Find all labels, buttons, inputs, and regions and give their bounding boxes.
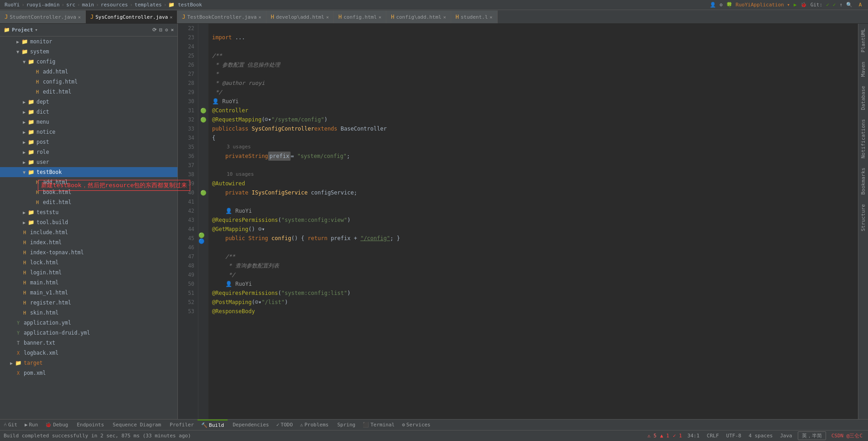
tree-item-index_topnav_html[interactable]: H index-topnav.html	[0, 247, 177, 257]
tree-item-skin_html[interactable]: H skin.html	[0, 308, 177, 318]
database-panel[interactable]: Database	[859, 81, 867, 115]
bottom-tab-todo[interactable]: ✓TODO	[273, 420, 296, 430]
tab-close[interactable]: ✕	[170, 15, 172, 20]
bottom-tab-terminal[interactable]: ⬛Terminal	[359, 420, 398, 430]
tree-item-tool_build[interactable]: ▶ 📁 tool.build	[0, 217, 177, 227]
hide-panel-icon[interactable]: ×	[171, 27, 174, 33]
csdn-indicator[interactable]: CSDN @三仑C	[830, 432, 864, 439]
tree-item-teststu[interactable]: ▶ 📁 teststu	[0, 207, 177, 217]
tab-close[interactable]: ✕	[78, 15, 81, 20]
tree-item-target[interactable]: ▶ 📁 target	[0, 358, 177, 368]
tab-tab3[interactable]: JTestBookController.java✕	[177, 10, 266, 23]
bookmarks-panel[interactable]: Bookmarks	[859, 163, 867, 200]
tab-tab2[interactable]: JSysConfigController.java✕	[86, 10, 177, 23]
tree-item-index_html[interactable]: H index.html	[0, 237, 177, 247]
crlf-indicator[interactable]: CRLF	[705, 433, 721, 439]
tab-close[interactable]: ✕	[326, 15, 329, 20]
ime-popup[interactable]: 英，半简	[798, 431, 826, 440]
tab-tab7[interactable]: Hstudent.l✕	[451, 10, 498, 23]
breadcrumb-resources[interactable]: resources	[101, 2, 128, 8]
tree-item-main_v1_html[interactable]: H main_v1.html	[0, 288, 177, 298]
bottom-tab-git[interactable]: ⑃Git	[0, 420, 21, 430]
notifications-panel[interactable]: Notifications	[859, 115, 867, 163]
maven-panel[interactable]: Maven	[859, 57, 867, 81]
tree-item-user[interactable]: ▶ 📁 user	[0, 157, 177, 167]
line-col[interactable]: 34:1	[686, 433, 702, 439]
tree-item-pom_xml[interactable]: X pom.xml	[0, 368, 177, 378]
tree-item-monitor[interactable]: ▶ 📁 monitor	[0, 37, 177, 47]
tree-item-application_druid_yml[interactable]: Y application-druid.yml	[0, 328, 177, 338]
bottom-tab-build[interactable]: 🔨Build	[198, 420, 228, 430]
lang-indicator[interactable]: Java	[778, 433, 794, 439]
tab-tab5[interactable]: Hconfig.html✕	[334, 10, 386, 23]
structure-panel[interactable]: Structure	[859, 200, 867, 236]
tree-item-include_html[interactable]: H include.html	[0, 227, 177, 237]
code-content[interactable]: import ... /** * 参数配置 信息操作处理 * * @author…	[208, 24, 858, 419]
breadcrumb-main[interactable]: main	[82, 2, 94, 8]
search-icon[interactable]: 🔍	[846, 2, 852, 8]
user-icon[interactable]: 👤	[710, 2, 716, 8]
run-button[interactable]: ▶	[794, 2, 797, 8]
breadcrumb-testbook[interactable]: 📁 testBook	[168, 2, 202, 8]
code-line-28: * @author ruoyi	[212, 79, 858, 88]
tree-label: include.html	[30, 229, 68, 236]
tree-arrow: ▼	[21, 59, 27, 64]
project-dropdown[interactable]: ▾	[35, 27, 38, 33]
tree-item-role[interactable]: ▶ 📁 role	[0, 147, 177, 157]
tree-item-system[interactable]: ▼ 📁 system	[0, 47, 177, 57]
tab-close[interactable]: ✕	[379, 15, 381, 20]
tree-item-banner_txt[interactable]: T banner.txt	[0, 338, 177, 348]
plantUML-panel[interactable]: PlantUML	[859, 24, 867, 57]
breadcrumb-src[interactable]: src	[66, 2, 75, 8]
tree-item-main_html[interactable]: H main.html	[0, 278, 177, 288]
tree-item-post[interactable]: ▶ 📁 post	[0, 137, 177, 147]
breadcrumb-ruoyi[interactable]: RuoYi	[5, 2, 20, 8]
bottom-tab-problems[interactable]: ⚠Problems	[296, 420, 333, 430]
tree-item-config[interactable]: ▼ 📁 config	[0, 57, 177, 67]
bottom-tab-profiler[interactable]: Profiler	[165, 420, 198, 430]
indent-indicator[interactable]: 4 spaces	[747, 433, 774, 439]
gutter-cell-25	[198, 51, 208, 60]
settings-gear-icon[interactable]: ⚙	[165, 27, 168, 33]
tab-tab4[interactable]: Hdevelop\add.html✕	[266, 10, 334, 23]
tree-item-dict[interactable]: ▶ 📁 dict	[0, 107, 177, 117]
tree-item-config_html[interactable]: H config.html	[0, 77, 177, 87]
code-line-38: 10 usages	[212, 170, 858, 179]
bottom-tab-run[interactable]: ▶Run	[21, 420, 42, 430]
bottom-tab-services[interactable]: ⚙Services	[398, 420, 434, 430]
gutter-cell-34	[198, 133, 208, 142]
avatar-icon[interactable]: A	[856, 1, 864, 9]
tree-item-application_yml[interactable]: Y application.yml	[0, 318, 177, 328]
collapse-icon[interactable]: ⊟	[159, 27, 162, 33]
tree-item-notice[interactable]: ▶ 📁 notice	[0, 127, 177, 137]
tab-tab6[interactable]: Hconfig\add.html✕	[386, 10, 451, 23]
tree-item-logback_xml[interactable]: X logback.xml	[0, 348, 177, 358]
tree-item-login_html[interactable]: H login.html	[0, 268, 177, 278]
settings-icon[interactable]: ⚙	[720, 2, 723, 8]
tab-close[interactable]: ✕	[443, 15, 446, 20]
tab-close[interactable]: ✕	[490, 15, 493, 20]
tree-item-edit_html[interactable]: H edit.html	[0, 197, 177, 207]
tree-item-dept[interactable]: ▶ 📁 dept	[0, 97, 177, 107]
breadcrumb-templates[interactable]: templates	[135, 2, 162, 8]
tree-item-lock_html[interactable]: H lock.html	[0, 257, 177, 268]
tab-tab1[interactable]: JStudentController.java✕	[0, 10, 86, 23]
tree-item-add_html[interactable]: H add.html	[0, 67, 177, 77]
tree-item-menu[interactable]: ▶ 📁 menu	[0, 117, 177, 127]
bottom-tab-endpoints[interactable]: Endpoints	[72, 420, 108, 430]
bottom-tab-spring[interactable]: Spring	[332, 420, 359, 430]
tree-item-add_html[interactable]: H add.html	[0, 177, 177, 187]
encoding-indicator[interactable]: UTF-8	[724, 433, 743, 439]
sync-icon[interactable]: ⟳	[152, 27, 156, 33]
tree-item-book_html[interactable]: H book.html	[0, 187, 177, 197]
tab-close[interactable]: ✕	[259, 15, 261, 20]
debug-button[interactable]: 🐞	[800, 2, 807, 8]
tree-item-edit_html[interactable]: H edit.html	[0, 87, 177, 97]
bottom-tab-debug[interactable]: 🐞Debug	[42, 420, 72, 430]
bottom-tab-dependencies[interactable]: Dependencies	[228, 420, 272, 430]
breadcrumb-admin[interactable]: ruoyi-admin	[26, 2, 60, 8]
tree-item-testBook[interactable]: ▼ 📁 testBook	[0, 167, 177, 177]
tree-item-register_html[interactable]: H register.html	[0, 298, 177, 308]
bottom-tab-sequence diagram[interactable]: Sequence Diagram	[108, 420, 165, 430]
sidebar-header: 📁 Project ▾ ⟳ ⊟ ⚙ ×	[0, 24, 177, 37]
